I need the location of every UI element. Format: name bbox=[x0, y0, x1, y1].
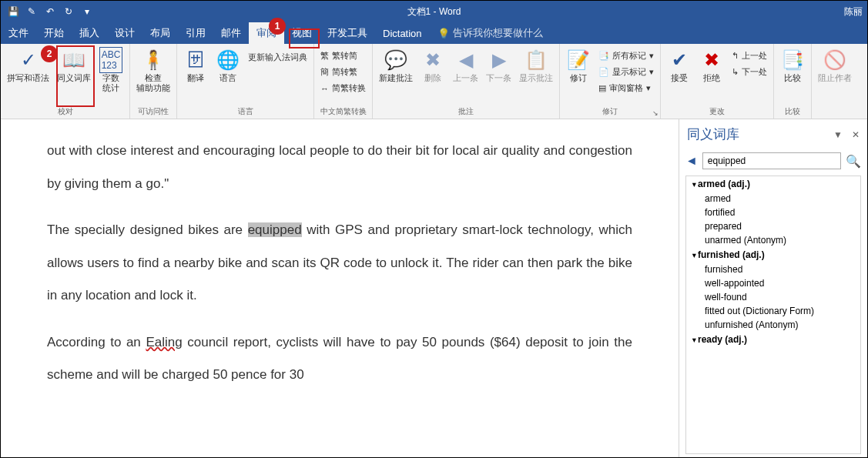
group-comments: 💬 新建批注 ✖ 删除 ◀ 上一条 ▶ 下一条 📋 显示批注 批注 bbox=[373, 44, 560, 119]
delete-comment-icon: ✖ bbox=[425, 47, 441, 73]
group-tracking: 📝 修订 📑 所有标记 ▾ 📄 显示标记 ▾ ▤ 审阅窗格 ▾ 修订 ↘ bbox=[560, 44, 661, 119]
check-accessibility-button[interactable]: 🧍 检查 辅助功能 bbox=[133, 45, 173, 95]
document-canvas[interactable]: out with close interest and encouraging … bbox=[1, 119, 679, 457]
tab-view[interactable]: 视图 bbox=[284, 22, 320, 44]
group-proofing: ✓ 拼写和语法 📖 同义词库 ABC123 字数 统计 校对 bbox=[1, 44, 130, 119]
show-markup-dropdown[interactable]: 📄 显示标记 ▾ bbox=[595, 65, 657, 79]
new-comment-button[interactable]: 💬 新建批注 bbox=[376, 45, 416, 85]
touch-mode-icon[interactable]: ✎ bbox=[25, 5, 38, 18]
compare-button[interactable]: 📑 比较 bbox=[777, 45, 808, 85]
thesaurus-category[interactable]: furnished (adj.) bbox=[686, 247, 860, 262]
to-traditional-button[interactable]: 簡 简转繁 bbox=[317, 65, 369, 79]
redo-icon[interactable]: ↻ bbox=[62, 5, 75, 18]
translate-button[interactable]: 🈂 翻译 bbox=[180, 45, 211, 85]
paragraph-2: The specially designed bikes are equippe… bbox=[47, 214, 632, 313]
prev-change-button[interactable]: ↰ 上一处 bbox=[729, 48, 770, 63]
search-icon[interactable]: 🔍 bbox=[846, 154, 861, 169]
selected-word[interactable]: equipped bbox=[248, 222, 302, 237]
group-compare: 📑 比较 比较 bbox=[774, 44, 812, 119]
tell-me-label: 告诉我你想要做什么 bbox=[453, 26, 543, 40]
paragraph-3: According to an Ealing council report, c… bbox=[47, 326, 632, 392]
content-area: out with close interest and encouraging … bbox=[1, 119, 867, 457]
tab-file[interactable]: 文件 bbox=[1, 22, 36, 44]
delete-comment-button[interactable]: ✖ 删除 bbox=[417, 45, 448, 85]
reviewing-pane-dropdown[interactable]: ▤ 审阅窗格 ▾ bbox=[595, 81, 657, 95]
tab-design[interactable]: 设计 bbox=[107, 22, 142, 44]
group-accessibility: 🧍 检查 辅助功能 可访问性 bbox=[130, 44, 177, 119]
ribbon: ✓ 拼写和语法 📖 同义词库 ABC123 字数 统计 校对 🧍 检查 辅助功能… bbox=[1, 44, 867, 119]
new-comment-icon: 💬 bbox=[384, 47, 407, 73]
show-comments-button[interactable]: 📋 显示批注 bbox=[516, 45, 556, 85]
block-authors-icon: 🚫 bbox=[823, 47, 846, 73]
thesaurus-icon: 📖 bbox=[62, 47, 85, 73]
sc-tc-convert-button[interactable]: ↔ 简繁转换 bbox=[317, 81, 369, 95]
accept-button[interactable]: ✔ 接受 bbox=[664, 45, 695, 85]
compare-icon: 📑 bbox=[781, 47, 804, 73]
back-icon[interactable]: ◄ bbox=[685, 154, 698, 168]
prev-comment-button[interactable]: ◀ 上一条 bbox=[450, 45, 481, 85]
spelling-icon: ✓ bbox=[21, 47, 36, 73]
annotation-badge-1: 1 bbox=[269, 18, 286, 35]
thesaurus-pane: 同义词库 ▼ ✕ ◄ 🔍 armed (adj.) armed fortifie… bbox=[679, 119, 867, 457]
block-authors-button[interactable]: 🚫 阻止作者 bbox=[815, 45, 855, 85]
thesaurus-title: 同义词库 bbox=[687, 125, 739, 143]
accept-icon: ✔ bbox=[672, 47, 687, 73]
next-comment-button[interactable]: ▶ 下一条 bbox=[483, 45, 514, 85]
track-changes-button[interactable]: 📝 修订 bbox=[563, 45, 594, 85]
tab-mailings[interactable]: 邮件 bbox=[213, 22, 249, 44]
close-pane-icon[interactable]: ✕ bbox=[852, 129, 860, 140]
thesaurus-item[interactable]: furnished bbox=[686, 262, 860, 276]
reject-button[interactable]: ✖ 拒绝 bbox=[696, 45, 727, 85]
thesaurus-button[interactable]: 📖 同义词库 bbox=[54, 45, 94, 85]
lightbulb-icon: 💡 bbox=[437, 28, 450, 39]
update-ime-button[interactable]: 更新输入法词典 bbox=[245, 50, 310, 65]
tab-home[interactable]: 开始 bbox=[36, 22, 72, 44]
thesaurus-item[interactable]: armed bbox=[686, 192, 860, 206]
group-language: 🈂 翻译 🌐 语言 更新输入法词典 语言 bbox=[177, 44, 314, 119]
thesaurus-item[interactable]: prepared bbox=[686, 219, 860, 233]
tab-layout[interactable]: 布局 bbox=[142, 22, 178, 44]
group-chinese-conversion: 繁 繁转简 簡 简转繁 ↔ 简繁转换 中文简繁转换 bbox=[314, 44, 373, 119]
save-icon[interactable]: 💾 bbox=[7, 5, 19, 18]
accessibility-icon: 🧍 bbox=[142, 47, 165, 73]
show-comments-icon: 📋 bbox=[524, 47, 548, 73]
thesaurus-item[interactable]: fortified bbox=[686, 206, 860, 219]
track-changes-icon: 📝 bbox=[567, 47, 590, 73]
annotation-badge-2: 2 bbox=[41, 45, 58, 62]
thesaurus-results[interactable]: armed (adj.) armed fortified prepared un… bbox=[685, 176, 861, 454]
tracking-dialog-launcher[interactable]: ↘ bbox=[652, 109, 659, 117]
next-change-button[interactable]: ↳ 下一处 bbox=[729, 65, 770, 79]
thesaurus-item[interactable]: fitted out (Dictionary Form) bbox=[686, 304, 860, 318]
next-comment-icon: ▶ bbox=[492, 47, 506, 73]
spelling-error-word[interactable]: Ealing bbox=[146, 335, 182, 349]
customize-qat-icon[interactable]: ▾ bbox=[81, 5, 93, 18]
thesaurus-category[interactable]: ready (adj.) bbox=[686, 332, 860, 347]
word-count-button[interactable]: ABC123 字数 统计 bbox=[96, 45, 126, 95]
thesaurus-search-input[interactable] bbox=[702, 152, 841, 169]
title-bar: 💾 ✎ ↶ ↻ ▾ 文档1 - Word 陈丽 bbox=[1, 1, 867, 22]
tab-insert[interactable]: 插入 bbox=[72, 22, 107, 44]
thesaurus-item[interactable]: well-appointed bbox=[686, 276, 860, 290]
tell-me-search[interactable]: 💡 告诉我你想要做什么 bbox=[437, 26, 543, 40]
pane-options-icon[interactable]: ▼ bbox=[833, 129, 843, 140]
tab-dictation[interactable]: Dictation bbox=[375, 22, 430, 44]
translate-icon: 🈂 bbox=[186, 47, 205, 73]
paragraph-1: out with close interest and encouraging … bbox=[47, 135, 632, 200]
tab-references[interactable]: 引用 bbox=[178, 22, 213, 44]
display-for-review-dropdown[interactable]: 📑 所有标记 ▾ bbox=[595, 48, 657, 63]
language-icon: 🌐 bbox=[216, 47, 240, 73]
to-simplified-button[interactable]: 繁 繁转简 bbox=[317, 48, 369, 63]
group-changes: ✔ 接受 ✖ 拒绝 ↰ 上一处 ↳ 下一处 更改 bbox=[661, 44, 774, 119]
language-button[interactable]: 🌐 语言 bbox=[213, 45, 243, 85]
ribbon-tabs: 文件 开始 插入 设计 布局 引用 邮件 审阅 视图 开发工具 Dictatio… bbox=[1, 22, 867, 44]
word-count-icon: ABC123 bbox=[99, 47, 123, 73]
thesaurus-item[interactable]: unarmed (Antonym) bbox=[686, 233, 860, 247]
thesaurus-item[interactable]: well-found bbox=[686, 290, 860, 304]
group-protect: 🚫 阻止作者 bbox=[812, 44, 858, 119]
thesaurus-item[interactable]: unfurnished (Antonym) bbox=[686, 318, 860, 332]
reject-icon: ✖ bbox=[704, 47, 719, 73]
thesaurus-category[interactable]: armed (adj.) bbox=[686, 176, 860, 192]
user-name: 陈丽 bbox=[844, 5, 863, 18]
undo-icon[interactable]: ↶ bbox=[44, 5, 56, 18]
tab-developer[interactable]: 开发工具 bbox=[320, 22, 375, 44]
